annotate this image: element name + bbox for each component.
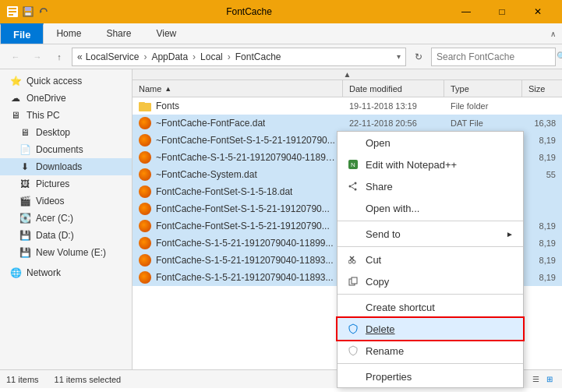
file-name-4: ~FontCache-System.dat [156, 169, 257, 180]
address-dropdown[interactable]: ▾ [397, 52, 401, 61]
rename-shield-icon [347, 344, 359, 357]
context-menu: Open N Edit with Notepad++ Share Open wi… [337, 131, 524, 388]
drive-e-icon: 💾 [19, 246, 31, 259]
address-local: Local [200, 51, 223, 62]
ctx-copy[interactable]: Copy [338, 270, 523, 292]
notepadpp-icon: N [347, 158, 359, 171]
sidebar-item-quick-access[interactable]: ⭐ Quick access [0, 72, 132, 90]
ribbon-collapse[interactable]: ∧ [543, 23, 562, 44]
tab-file[interactable]: File [0, 23, 44, 44]
sidebar-label-network: Network [27, 267, 61, 278]
view-controls: ☰ ⊞ [529, 373, 556, 386]
address-sep-1: › [143, 51, 147, 62]
status-selected-count: 11 items selected [55, 375, 122, 384]
search-bar[interactable]: 🔍 [431, 48, 556, 66]
ctx-edit-notepadpp[interactable]: N Edit with Notepad++ [338, 154, 523, 175]
sidebar-item-data-d[interactable]: 💾 Data (D:) [0, 227, 132, 244]
computer-icon: 🖥 [9, 109, 22, 122]
sidebar-item-network[interactable]: 🌐 Network [0, 264, 132, 281]
ctx-send-to[interactable]: Send to ► [338, 223, 523, 245]
title-bar-icons [6, 5, 50, 18]
file-row-fontface[interactable]: ~FontCache-FontFace.dat 22-11-2018 20:56… [133, 115, 562, 132]
address-fontcache: FontCache [235, 51, 281, 62]
send-to-icon [347, 228, 359, 240]
minimize-button[interactable]: — [448, 0, 484, 23]
sidebar-label-videos: Videos [36, 196, 64, 207]
address-bar[interactable]: « LocalService › AppData › Local › FontC… [72, 48, 406, 66]
close-button[interactable]: ✕ [520, 0, 556, 23]
details-view-button[interactable]: ☰ [529, 373, 542, 386]
file-name-6: FontCache-FontSet-S-1-5-21-19120790... [156, 203, 330, 214]
ctx-share[interactable]: Share [338, 175, 523, 197]
tab-view[interactable]: View [143, 23, 189, 44]
svg-point-13 [348, 260, 352, 263]
ctx-properties-label: Properties [366, 371, 412, 383]
sidebar-item-this-pc[interactable]: 🖥 This PC [0, 107, 132, 124]
share-icon [347, 180, 359, 192]
file-name-fonts: Fonts [156, 101, 179, 111]
sidebar-label-downloads: Downloads [36, 161, 82, 172]
refresh-button[interactable]: ↻ [409, 48, 428, 66]
dat-icon-6 [139, 203, 151, 215]
sidebar-item-pictures[interactable]: 🖼 Pictures [0, 175, 132, 192]
ctx-send-to-label: Send to [366, 228, 401, 240]
up-button[interactable]: ↑ [50, 48, 69, 66]
star-icon: ⭐ [9, 75, 22, 87]
header-name[interactable]: Name ▲ [133, 80, 343, 97]
sidebar-item-videos[interactable]: 🎬 Videos [0, 192, 132, 210]
sort-ascending-indicator[interactable]: ▲ [344, 70, 352, 79]
svg-line-11 [352, 184, 355, 185]
file-size-10: 8,19 [522, 273, 562, 282]
ctx-cut[interactable]: Cut [338, 249, 523, 270]
network-icon: 🌐 [9, 267, 22, 279]
nav-bar: ← → ↑ « LocalService › AppData › Local ›… [0, 44, 562, 69]
sidebar-item-new-volume-e[interactable]: 💾 New Volume (E:) [0, 244, 132, 261]
sidebar-item-documents[interactable]: 📄 Documents [0, 141, 132, 158]
properties-icon [347, 370, 359, 383]
ctx-create-shortcut[interactable]: Create shortcut [338, 296, 523, 318]
maximize-button[interactable]: □ [484, 0, 520, 23]
header-date[interactable]: Date modified [343, 80, 444, 97]
file-date-fontface: 22-11-2018 20:56 [343, 118, 444, 128]
file-type-fonts: File folder [444, 101, 522, 111]
open-with-icon [347, 202, 359, 214]
address-localservice: LocalService [86, 51, 140, 62]
ctx-properties[interactable]: Properties [338, 366, 523, 387]
sidebar-item-downloads[interactable]: ⬇ Downloads [0, 158, 132, 175]
svg-point-10 [355, 189, 357, 191]
svg-rect-3 [9, 14, 13, 16]
sidebar-item-desktop[interactable]: 🖥 Desktop [0, 124, 132, 141]
tab-share[interactable]: Share [94, 23, 143, 44]
search-input[interactable] [437, 51, 553, 62]
sidebar-item-onedrive[interactable]: ☁ OneDrive [0, 90, 132, 107]
header-type[interactable]: Type [444, 80, 522, 97]
file-name-9: FontCache-S-1-5-21-1912079040-11893... [156, 255, 333, 266]
sidebar-label-acer-c: Acer (C:) [36, 213, 73, 224]
ctx-create-shortcut-label: Create shortcut [366, 302, 435, 313]
ctx-open[interactable]: Open [338, 132, 523, 154]
copy-icon [347, 275, 359, 288]
sidebar-label-data-d: Data (D:) [36, 230, 74, 241]
forward-button[interactable]: → [28, 48, 47, 66]
drive-d-icon: 💾 [19, 229, 31, 242]
ctx-open-with[interactable]: Open with... [338, 197, 523, 219]
status-item-count: 11 items [6, 375, 39, 384]
window-controls: — □ ✕ [448, 0, 556, 23]
delete-shield-icon [347, 323, 359, 335]
ctx-rename[interactable]: Rename [338, 340, 523, 362]
header-size[interactable]: Size [522, 80, 562, 97]
address-part-1: « [77, 51, 83, 62]
ctx-delete-label: Delete [366, 323, 395, 335]
file-name-10: FontCache-S-1-5-21-1912079040-11893... [156, 272, 333, 283]
undo-icon [37, 5, 50, 18]
file-row-fonts[interactable]: Fonts 19-11-2018 13:19 File folder [133, 97, 562, 115]
sidebar-item-acer-c[interactable]: 💽 Acer (C:) [0, 210, 132, 227]
back-button[interactable]: ← [6, 48, 25, 66]
dat-icon-8 [139, 237, 151, 249]
ctx-delete[interactable]: Delete [338, 318, 523, 340]
tab-home[interactable]: Home [44, 23, 94, 44]
tiles-view-button[interactable]: ⊞ [543, 373, 556, 386]
address-appdata: AppData [151, 51, 188, 62]
ctx-sep-1 [338, 221, 523, 221]
svg-point-8 [355, 182, 357, 185]
